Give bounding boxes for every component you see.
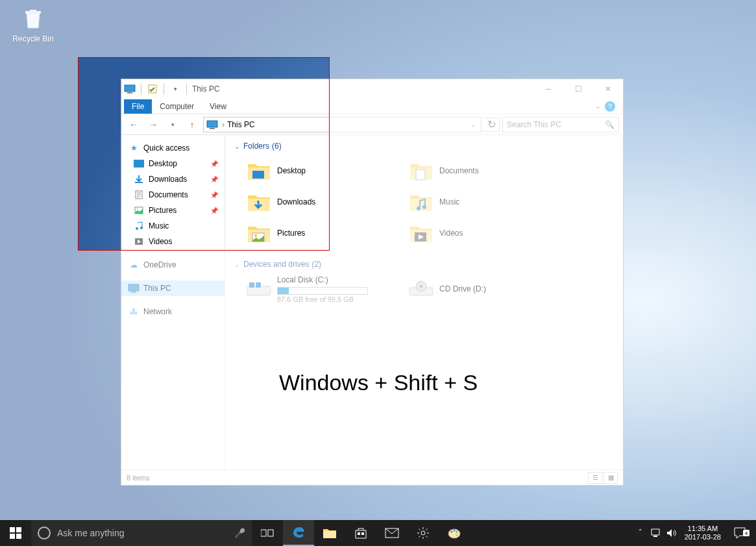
clock-time: 11:35 AM [685,525,721,533]
taskbar: Ask me anything 🎤 ˆ 11:35 AM 2017-03-28 [0,520,756,546]
task-view-button[interactable] [252,520,283,546]
action-center-button[interactable]: 4 [726,527,753,539]
microphone-icon[interactable]: 🎤 [234,528,245,538]
svg-rect-27 [10,527,15,532]
taskbar-mail[interactable] [376,520,408,546]
taskbar-store[interactable] [345,520,376,546]
svg-rect-28 [16,527,21,532]
svg-point-39 [451,531,453,533]
tray-overflow-icon[interactable]: ˆ [633,528,648,538]
svg-rect-31 [261,530,266,536]
svg-point-41 [456,531,458,533]
svg-point-40 [454,530,456,532]
svg-rect-30 [16,534,21,539]
network-icon[interactable] [648,528,664,538]
volume-icon[interactable] [664,528,679,538]
taskbar-settings[interactable] [408,520,439,546]
system-tray: ˆ 11:35 AM 2017-03-28 4 [630,520,756,546]
taskbar-file-explorer[interactable] [314,520,345,546]
snip-selection[interactable] [78,57,330,251]
cortana-icon [38,527,51,540]
svg-rect-32 [268,530,273,536]
svg-rect-43 [652,529,659,535]
clock-date: 2017-03-28 [685,533,721,541]
taskbar-edge[interactable] [283,520,314,546]
svg-rect-44 [653,536,657,537]
svg-point-42 [456,534,458,536]
svg-rect-29 [10,534,15,539]
start-button[interactable] [0,520,31,546]
taskbar-paint[interactable] [439,520,470,546]
svg-point-37 [421,531,425,535]
cortana-placeholder: Ask me anything [57,528,125,538]
cortana-search[interactable]: Ask me anything 🎤 [31,520,252,546]
notification-badge: 4 [743,530,750,536]
taskbar-clock[interactable]: 11:35 AM 2017-03-28 [679,525,726,541]
shortcut-annotation: Windows + Shift + S [279,370,478,395]
svg-rect-35 [361,532,364,535]
svg-rect-33 [323,531,336,538]
svg-rect-34 [358,532,360,535]
